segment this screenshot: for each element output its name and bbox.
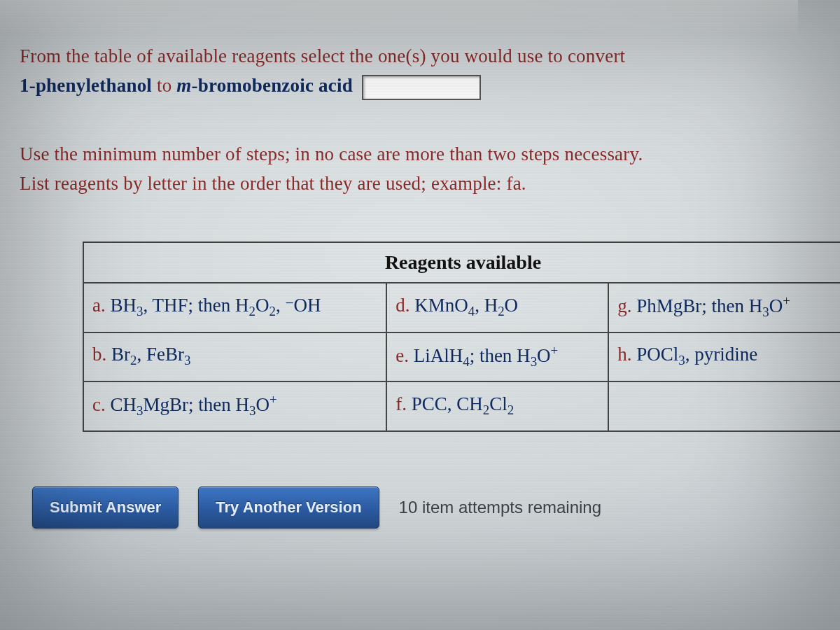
reagents-table-header: Reagents available: [83, 242, 840, 283]
reagent-cell-a: a. BH3, THF; then H2O2, −OH: [83, 283, 386, 332]
reagent-cell-b: b. Br2, FeBr3: [83, 332, 386, 382]
attempts-remaining: 10 item attempts remaining: [399, 498, 601, 517]
reagent-letter: c.: [92, 394, 106, 415]
reagent-chem: PhMgBr; then H3O+: [636, 295, 790, 316]
question-prompt: From the table of available reagents sel…: [20, 42, 820, 101]
compound-to-suffix: -bromobenzoic acid: [192, 75, 353, 96]
compound-to-prefix: m: [176, 75, 191, 96]
reagent-letter: h.: [617, 344, 631, 365]
reagent-cell-f: f. PCC, CH2Cl2: [386, 382, 608, 430]
reagent-chem: KMnO4, H2O: [414, 295, 518, 316]
compound-to: m-bromobenzoic acid: [176, 75, 353, 96]
instructions-line1: Use the minimum number of steps; in no c…: [20, 144, 643, 164]
reagent-cell-g: g. PhMgBr; then H3O+: [608, 283, 840, 332]
reagent-letter: a.: [92, 295, 106, 316]
reagent-letter: g.: [617, 295, 631, 316]
reagent-letter: b.: [92, 344, 106, 365]
reagent-cell-empty: [608, 382, 840, 430]
compound-from: 1-phenylethanol: [20, 75, 152, 96]
submit-button[interactable]: Submit Answer: [32, 486, 178, 528]
instructions-block: Use the minimum number of steps; in no c…: [20, 140, 820, 199]
reagent-chem: PCC, CH2Cl2: [412, 393, 514, 414]
reagent-letter: f.: [396, 393, 407, 414]
reagent-chem: CH3MgBr; then H3O+: [110, 394, 276, 415]
table-row: a. BH3, THF; then H2O2, −OH d. KMnO4, H2…: [83, 283, 840, 332]
reagent-chem: LiAlH4; then H3O+: [414, 345, 559, 366]
table-row: c. CH3MgBr; then H3O+ f. PCC, CH2Cl2: [83, 382, 840, 430]
try-another-button[interactable]: Try Another Version: [198, 486, 379, 528]
instructions-line2: List reagents by letter in the order tha…: [20, 173, 526, 194]
reagent-chem: POCl3, pyridine: [636, 344, 757, 365]
reagent-letter: d.: [396, 295, 410, 316]
controls-bar: Submit Answer Try Another Version 10 ite…: [32, 486, 820, 528]
reagent-cell-h: h. POCl3, pyridine: [608, 332, 840, 382]
prompt-joiner: to: [152, 75, 176, 96]
reagent-cell-e: e. LiAlH4; then H3O+: [386, 332, 608, 382]
answer-input[interactable]: [362, 75, 481, 100]
question-screen: From the table of available reagents sel…: [0, 0, 840, 630]
table-row: b. Br2, FeBr3 e. LiAlH4; then H3O+ h. PO…: [83, 332, 840, 382]
reagents-table: Reagents available a. BH3, THF; then H2O…: [83, 241, 840, 431]
reagent-chem: BH3, THF; then H2O2, −OH: [110, 295, 321, 316]
prompt-lead: From the table of available reagents sel…: [20, 46, 625, 66]
reagent-cell-c: c. CH3MgBr; then H3O+: [83, 382, 386, 430]
reagent-chem: Br2, FeBr3: [111, 344, 190, 365]
reagent-letter: e.: [396, 345, 409, 366]
reagent-cell-d: d. KMnO4, H2O: [386, 283, 608, 332]
